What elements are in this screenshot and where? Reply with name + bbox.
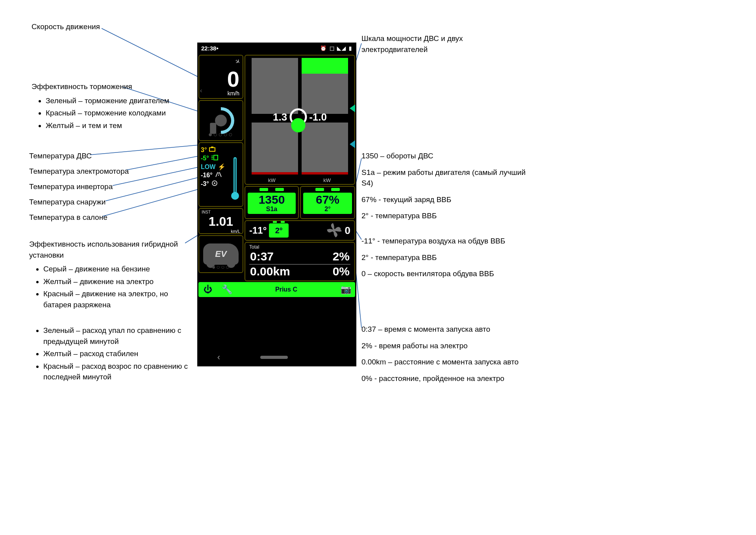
callout-hybrid: Эффективность использования гибридной ус… xyxy=(29,239,195,384)
power-center: 1.3 -1.0 xyxy=(273,108,327,126)
camera-button[interactable]: 📷 xyxy=(336,284,355,295)
status-time: 22:38 xyxy=(201,45,216,52)
gps-icon: ✈ xyxy=(233,57,242,66)
soc-percent: 67% xyxy=(303,194,352,206)
svg-line-0 xyxy=(102,28,199,77)
thermometer-icon xyxy=(230,152,240,200)
page-dots-icon: ●○○○ xyxy=(199,264,243,271)
callout-hybrid-list2: Зеленый – расход упал по сравнению с пре… xyxy=(43,325,195,383)
svg-rect-14 xyxy=(211,147,213,148)
power-unit-left: kW xyxy=(268,177,276,183)
soc-temp: 2° xyxy=(303,206,352,213)
panel-ev[interactable]: EV ●○○○ xyxy=(198,235,243,273)
fan-icon xyxy=(325,222,343,239)
callout-brake-list: Зеленый – торможение двигателем Красный … xyxy=(46,95,189,131)
panel-brake[interactable]: ●○○○○ xyxy=(198,100,243,141)
panel-soc[interactable]: 67% 2° xyxy=(300,186,355,219)
callout-total: 0:37 – время с момента запуска авто 2% -… xyxy=(361,324,543,384)
svg-rect-18 xyxy=(214,155,218,160)
total-label: Total xyxy=(249,244,350,250)
svg-rect-17 xyxy=(211,159,213,160)
svg-line-2 xyxy=(90,145,199,155)
marker-green-icon xyxy=(350,104,355,112)
svg-line-3 xyxy=(125,156,199,170)
svg-rect-16 xyxy=(211,157,213,158)
status-bar: 22:38 • ⏰ ⬚ ◣◢ ▮ xyxy=(197,43,356,54)
rpm-mode: S1a xyxy=(248,206,296,213)
rpm-value: 1350 xyxy=(248,194,296,206)
inst-unit: km/L xyxy=(202,229,240,234)
callout-power: Шкала мощности ДВС и двух электродвигате… xyxy=(361,33,503,55)
power-left-value: 1.3 xyxy=(273,111,287,123)
callout-temp-outside: Температура снаружи xyxy=(29,197,106,208)
power-unit-right: kW xyxy=(323,177,331,183)
callout-rpm-soc: 1350 – обороты ДВС S1a – режим работы дв… xyxy=(361,150,535,221)
settings-button[interactable]: 🔧 xyxy=(217,284,236,295)
back-button[interactable]: ‹ xyxy=(217,352,220,362)
panel-total[interactable]: Total 0:37 2% 0.00km 0% xyxy=(245,242,355,281)
marker-teal-icon xyxy=(350,140,355,148)
fan-batt-temp: 2° xyxy=(269,223,289,238)
total-time: 0:37 xyxy=(250,250,274,263)
panel-fan[interactable]: -11° 2° 0 xyxy=(245,220,355,241)
phone-screenshot: 22:38 • ⏰ ⬚ ◣◢ ▮ ✈ ‹ 0 km/h ●○○○○ 3° xyxy=(197,43,356,366)
callout-temp-engine: Температура ДВС xyxy=(29,150,92,162)
callout-fan: -11° - температура воздуха на обдув ВВБ … xyxy=(361,236,535,279)
callout-hybrid-list1: Серый – движение на бензине Желтый – дви… xyxy=(43,264,195,310)
bottom-toolbar: ⏻ 🔧 Prius C 📷 xyxy=(198,282,355,297)
callout-temp-inverter: Температура инвертора xyxy=(29,181,113,192)
speed-value: 0 xyxy=(227,68,239,90)
svg-point-20 xyxy=(214,182,215,184)
home-pill[interactable] xyxy=(260,356,288,359)
svg-line-6 xyxy=(103,189,199,216)
total-dist-pct: 0% xyxy=(333,265,350,278)
panel-temperatures[interactable]: 3° -5° LOW ⚡ -16° xyxy=(198,142,243,207)
inst-value: 1.01 xyxy=(202,214,240,229)
svg-line-5 xyxy=(106,177,199,201)
status-icons: ⏰ ⬚ ◣◢ ▮ xyxy=(320,45,352,51)
callout-temp-cabin: Температура в салоне xyxy=(29,212,107,223)
inst-label: INST xyxy=(202,210,240,214)
car-name[interactable]: Prius C xyxy=(236,286,336,293)
page-dots-icon: ●○○○○ xyxy=(199,130,243,139)
panel-rpm[interactable]: 1350 S1a xyxy=(245,186,299,219)
chevron-left-icon: ‹ xyxy=(200,87,202,94)
svg-rect-13 xyxy=(209,148,215,151)
road-icon xyxy=(215,172,222,179)
ev-label: EV xyxy=(215,249,226,259)
svg-rect-15 xyxy=(211,156,213,156)
callout-brake: Эффективность торможения Зеленый – тормо… xyxy=(32,81,189,132)
power-right-value: -1.0 xyxy=(309,111,327,123)
panel-instant[interactable]: INST 1.01 km/L xyxy=(198,208,243,234)
callout-temp-motor: Температура электромотора xyxy=(29,166,129,177)
motor-icon xyxy=(211,155,219,162)
panel-speed[interactable]: ✈ ‹ 0 km/h xyxy=(198,55,243,99)
callout-speed: Скорость движения xyxy=(32,21,100,32)
total-dist: 0.00km xyxy=(250,265,290,278)
fan-speed: 0 xyxy=(345,225,350,237)
total-time-pct: 2% xyxy=(333,250,350,263)
steering-icon xyxy=(211,180,218,188)
app-body: ✈ ‹ 0 km/h ●○○○○ 3° -5° xyxy=(197,54,356,348)
callout-hybrid-title: Эффективность использования гибридной ус… xyxy=(29,239,195,260)
speed-unit: km/h xyxy=(228,90,239,97)
power-gauge-icon xyxy=(289,108,307,126)
callout-brake-title: Эффективность торможения xyxy=(32,81,189,92)
android-navbar: ‹ xyxy=(197,348,356,366)
power-button[interactable]: ⏻ xyxy=(198,284,217,295)
bolt-icon: ⚡ xyxy=(218,163,226,171)
engine-icon xyxy=(209,147,216,154)
car-icon: EV xyxy=(203,243,239,265)
fan-air-temp: -11° xyxy=(249,225,267,236)
panel-power[interactable]: 1.3 -1.0 kW kW xyxy=(245,55,355,185)
